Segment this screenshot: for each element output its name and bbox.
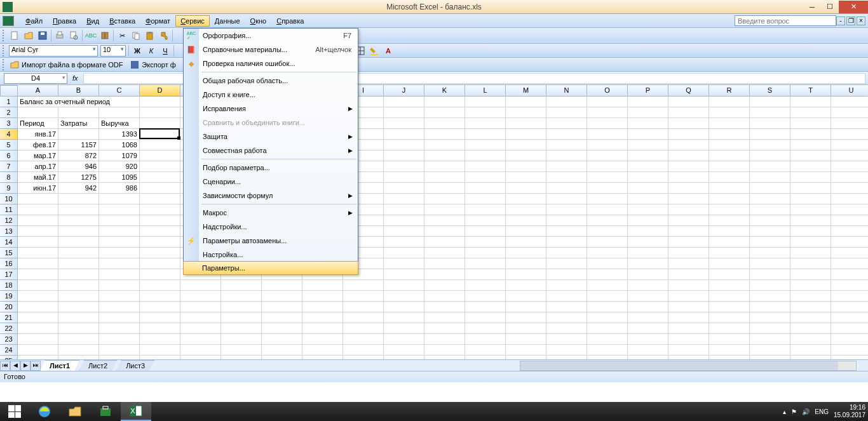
cell[interactable] bbox=[750, 118, 790, 129]
cell[interactable]: Баланс за отчетный период bbox=[18, 97, 140, 107]
cell[interactable] bbox=[587, 345, 628, 356]
cell[interactable] bbox=[546, 118, 587, 129]
cell[interactable] bbox=[465, 97, 506, 107]
cell[interactable] bbox=[18, 334, 58, 345]
cell[interactable] bbox=[140, 107, 180, 118]
cell[interactable] bbox=[58, 204, 99, 215]
cell[interactable] bbox=[384, 226, 424, 237]
cell[interactable] bbox=[587, 97, 628, 107]
cell[interactable] bbox=[506, 215, 546, 226]
font-name-select[interactable]: Arial Cyr bbox=[9, 45, 98, 57]
cell[interactable] bbox=[546, 280, 587, 291]
cell[interactable] bbox=[790, 345, 831, 356]
cell[interactable] bbox=[750, 248, 790, 258]
cell[interactable] bbox=[750, 323, 790, 334]
cell[interactable] bbox=[628, 215, 668, 226]
menu-item[interactable]: ABC✓Орфография...F7 bbox=[184, 29, 358, 43]
cell[interactable] bbox=[99, 226, 140, 237]
column-header[interactable]: K bbox=[424, 85, 465, 97]
cell[interactable] bbox=[58, 312, 99, 323]
mdi-close-button[interactable]: × bbox=[857, 17, 865, 25]
cell[interactable] bbox=[18, 258, 58, 269]
cell[interactable] bbox=[628, 345, 668, 356]
row-header[interactable]: 14 bbox=[0, 237, 18, 248]
cell[interactable] bbox=[831, 204, 868, 215]
column-header[interactable]: N bbox=[546, 85, 587, 97]
toolbar-gripper[interactable] bbox=[3, 30, 5, 41]
cell[interactable] bbox=[140, 269, 180, 280]
cell[interactable] bbox=[628, 150, 668, 161]
cell[interactable] bbox=[709, 280, 750, 291]
sheet-tab[interactable]: Лист2 bbox=[79, 360, 117, 371]
cell[interactable] bbox=[790, 237, 831, 248]
cell[interactable] bbox=[790, 258, 831, 269]
cell[interactable] bbox=[58, 107, 99, 118]
save-button[interactable] bbox=[36, 29, 49, 42]
cell[interactable] bbox=[831, 312, 868, 323]
cell[interactable] bbox=[831, 280, 868, 291]
cell[interactable] bbox=[58, 258, 99, 269]
cell[interactable] bbox=[831, 269, 868, 280]
cell[interactable] bbox=[790, 150, 831, 161]
odf-export-label[interactable]: Экспорт ф bbox=[142, 61, 175, 69]
cell[interactable] bbox=[587, 107, 628, 118]
cell[interactable] bbox=[465, 107, 506, 118]
cell[interactable] bbox=[99, 269, 140, 280]
cell[interactable] bbox=[546, 215, 587, 226]
cell[interactable] bbox=[668, 302, 709, 312]
cell[interactable] bbox=[546, 258, 587, 269]
cell[interactable] bbox=[343, 323, 384, 334]
cell[interactable] bbox=[140, 334, 180, 345]
cell[interactable]: 1079 bbox=[99, 150, 140, 161]
cell[interactable] bbox=[262, 323, 302, 334]
cell[interactable] bbox=[790, 161, 831, 172]
cell[interactable] bbox=[587, 312, 628, 323]
row-header[interactable]: 5 bbox=[0, 140, 18, 150]
bold-button[interactable]: Ж bbox=[131, 44, 144, 57]
cell[interactable] bbox=[18, 345, 58, 356]
cell[interactable] bbox=[790, 323, 831, 334]
column-header[interactable]: P bbox=[628, 85, 668, 97]
odf-import-icon[interactable] bbox=[8, 58, 21, 71]
row-header[interactable]: 24 bbox=[0, 345, 18, 356]
cell[interactable]: апр.17 bbox=[18, 161, 58, 172]
cell[interactable] bbox=[140, 280, 180, 291]
cell[interactable] bbox=[99, 258, 140, 269]
row-header[interactable]: 11 bbox=[0, 204, 18, 215]
cell[interactable] bbox=[506, 323, 546, 334]
cell[interactable] bbox=[628, 334, 668, 345]
menu-правка[interactable]: Правка bbox=[48, 15, 81, 27]
row-header[interactable]: 7 bbox=[0, 161, 18, 172]
maximize-button[interactable]: ☐ bbox=[821, 1, 839, 13]
cell[interactable] bbox=[424, 129, 465, 140]
cell[interactable] bbox=[58, 334, 99, 345]
cell[interactable] bbox=[506, 291, 546, 302]
row-header[interactable]: 4 bbox=[0, 129, 18, 140]
copy-button[interactable] bbox=[130, 29, 142, 42]
cell[interactable] bbox=[790, 172, 831, 183]
cell[interactable] bbox=[506, 280, 546, 291]
cell[interactable] bbox=[140, 118, 180, 129]
taskbar-explorer-icon[interactable] bbox=[60, 402, 90, 421]
cell[interactable] bbox=[506, 345, 546, 356]
cell[interactable] bbox=[58, 237, 99, 248]
cell[interactable] bbox=[628, 302, 668, 312]
cell[interactable]: Выручка bbox=[99, 118, 140, 129]
cell[interactable] bbox=[384, 215, 424, 226]
cell[interactable] bbox=[750, 183, 790, 194]
column-header[interactable]: S bbox=[750, 85, 790, 97]
cell[interactable] bbox=[831, 161, 868, 172]
cell[interactable] bbox=[750, 291, 790, 302]
cell[interactable] bbox=[384, 302, 424, 312]
cell[interactable]: 920 bbox=[99, 161, 140, 172]
cell[interactable] bbox=[424, 215, 465, 226]
cell[interactable] bbox=[668, 323, 709, 334]
cell[interactable] bbox=[221, 280, 262, 291]
cell[interactable] bbox=[668, 269, 709, 280]
cell[interactable] bbox=[546, 204, 587, 215]
cell[interactable] bbox=[831, 323, 868, 334]
cell[interactable] bbox=[587, 248, 628, 258]
cell[interactable] bbox=[668, 161, 709, 172]
cell[interactable] bbox=[709, 172, 750, 183]
cell[interactable] bbox=[628, 312, 668, 323]
